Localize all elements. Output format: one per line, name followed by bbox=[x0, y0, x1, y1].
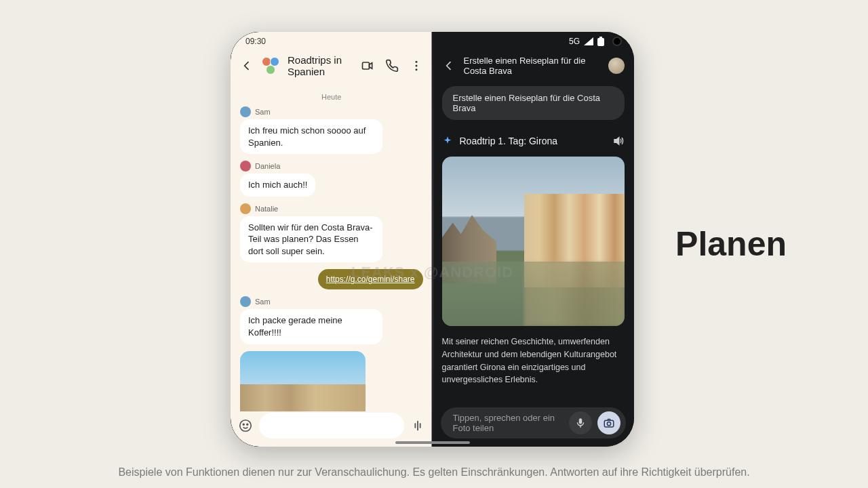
assistant-app: 5G Erstelle einen Reiseplan für die Cost… bbox=[433, 32, 635, 447]
message-bubble[interactable]: Ich mich auch!! bbox=[240, 174, 315, 197]
foldable-phone-frame: 09:30 Roadtrips in Spanien bbox=[231, 32, 634, 447]
headline-word: Planen bbox=[675, 224, 787, 264]
profile-avatar[interactable] bbox=[608, 58, 625, 74]
svg-point-1 bbox=[415, 61, 417, 63]
chat-header: Roadtrips in Spanien bbox=[231, 51, 433, 81]
status-bar-right: 5G bbox=[433, 32, 635, 51]
svg-rect-0 bbox=[362, 62, 369, 69]
signal-icon bbox=[584, 37, 593, 45]
video-call-icon[interactable] bbox=[361, 59, 374, 73]
battery-icon bbox=[597, 37, 604, 46]
hinge bbox=[431, 32, 433, 447]
back-arrow-icon[interactable] bbox=[240, 59, 254, 73]
result-image[interactable] bbox=[442, 157, 625, 326]
sender-avatar bbox=[240, 203, 251, 214]
chat-app: 09:30 Roadtrips in Spanien bbox=[231, 32, 433, 447]
svg-rect-7 bbox=[414, 423, 416, 428]
svg-rect-11 bbox=[599, 37, 602, 38]
phone-call-icon[interactable] bbox=[385, 59, 399, 73]
svg-point-6 bbox=[247, 424, 248, 425]
svg-rect-13 bbox=[604, 420, 614, 427]
svg-rect-12 bbox=[579, 418, 583, 424]
sender-name: Sam bbox=[255, 108, 271, 116]
emoji-icon[interactable] bbox=[237, 418, 254, 433]
svg-point-14 bbox=[607, 422, 610, 426]
status-time: 09:30 bbox=[245, 37, 266, 46]
message-bubble[interactable]: Ich packe gerade meine Koffer!!!! bbox=[240, 309, 382, 344]
message-incoming: Sam Ich freu mich schon soooo auf Spanie… bbox=[240, 106, 423, 154]
svg-point-4 bbox=[240, 420, 252, 432]
sparkle-icon bbox=[442, 136, 453, 146]
svg-point-3 bbox=[415, 68, 417, 70]
speaker-icon[interactable] bbox=[612, 135, 625, 147]
assistant-header-title: Erstelle einen Reiseplan für die Costa B… bbox=[464, 56, 601, 76]
sender-avatar bbox=[240, 296, 251, 307]
assistant-body[interactable]: Erstelle einen Reiseplan für die Costa B… bbox=[433, 86, 635, 407]
chat-title[interactable]: Roadtrips in Spanien bbox=[288, 54, 353, 77]
day-separator: Heute bbox=[240, 93, 423, 101]
camera-button[interactable] bbox=[597, 411, 620, 434]
message-outgoing: https://g.co/gemini/share bbox=[240, 269, 423, 289]
sender-name: Daniela bbox=[255, 162, 280, 170]
message-bubble[interactable]: Ich freu mich schon soooo auf Spanien. bbox=[240, 119, 382, 154]
svg-point-2 bbox=[415, 65, 417, 67]
svg-point-5 bbox=[243, 424, 244, 425]
message-incoming: Sam Ich packe gerade meine Koffer!!!! bbox=[240, 296, 423, 344]
photo-attachment[interactable] bbox=[240, 351, 366, 411]
back-chevron-icon[interactable] bbox=[442, 59, 456, 73]
sender-name: Natalie bbox=[255, 205, 278, 213]
mic-button[interactable] bbox=[569, 411, 592, 434]
message-bubble[interactable]: Sollten wir für den Costa Brava-Teil was… bbox=[240, 216, 382, 263]
outgoing-link[interactable]: https://g.co/gemini/share bbox=[318, 269, 423, 289]
result-header: Roadtrip 1. Tag: Girona bbox=[442, 135, 625, 147]
sender-name: Sam bbox=[255, 298, 271, 306]
message-input[interactable] bbox=[259, 413, 404, 439]
group-avatar[interactable] bbox=[262, 57, 279, 75]
voice-note-icon[interactable] bbox=[410, 418, 426, 433]
user-prompt-chip[interactable]: Erstelle einen Reiseplan für die Costa B… bbox=[442, 86, 625, 120]
svg-rect-10 bbox=[597, 38, 604, 46]
result-description: Mit seiner reichen Geschichte, umwerfend… bbox=[442, 336, 625, 386]
assistant-input[interactable]: Tippen, sprechen oder ein Foto teilen bbox=[453, 413, 564, 433]
sender-avatar bbox=[240, 161, 251, 171]
disclaimer-text: Beispiele von Funktionen dienen nur zur … bbox=[0, 466, 868, 479]
svg-rect-9 bbox=[419, 423, 420, 428]
front-camera bbox=[612, 37, 622, 46]
nav-handle[interactable] bbox=[395, 441, 470, 444]
status-bar-left: 09:30 bbox=[231, 32, 433, 51]
assistant-header: Erstelle einen Reiseplan für die Costa B… bbox=[433, 51, 635, 81]
result-title: Roadtrip 1. Tag: Girona bbox=[460, 136, 606, 146]
chat-input-bar bbox=[237, 411, 426, 440]
message-incoming: Natalie Sollten wir für den Costa Brava-… bbox=[240, 203, 423, 263]
assistant-input-bar: Tippen, sprechen oder ein Foto teilen bbox=[441, 407, 627, 439]
svg-rect-8 bbox=[417, 421, 418, 431]
more-options-icon[interactable] bbox=[410, 59, 423, 73]
message-incoming-photo bbox=[240, 351, 423, 411]
sender-avatar bbox=[240, 106, 251, 117]
chat-messages[interactable]: Heute Sam Ich freu mich schon soooo auf … bbox=[231, 86, 433, 411]
message-incoming: Daniela Ich mich auch!! bbox=[240, 161, 423, 197]
network-badge: 5G bbox=[569, 37, 580, 46]
